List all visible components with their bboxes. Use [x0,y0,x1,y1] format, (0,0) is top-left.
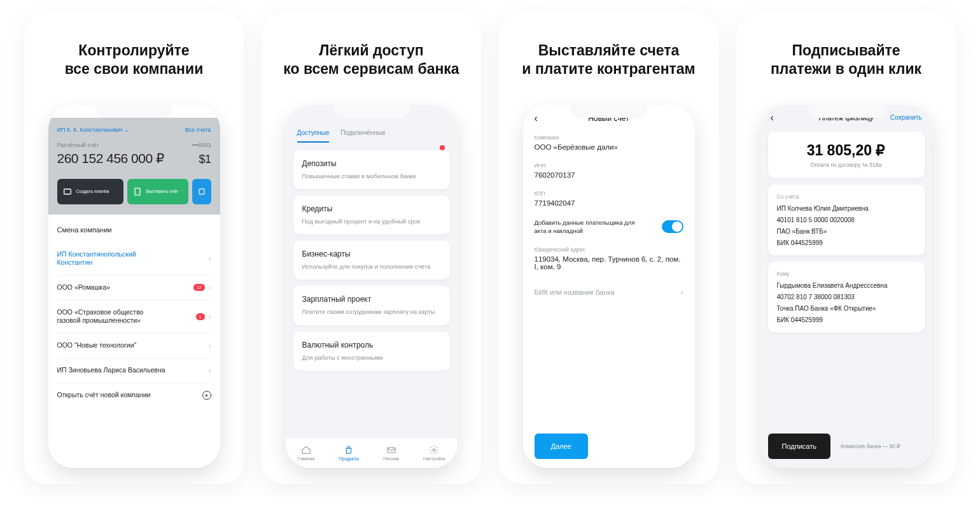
account-overlay: ИП К. К. Константинович ⌄ Все счета Расч… [48,118,220,215]
bag-icon [344,445,354,455]
headline: Подписывайте платежи в один клик [771,41,921,78]
home-icon [301,445,311,455]
panel-products: Лёгкий доступ ко всем сервисам банка Дос… [262,13,481,484]
nav-products[interactable]: Продукты [339,445,359,461]
bottom-nav: Главная Продукты Письма Настройки [286,437,458,468]
more-button[interactable] [192,179,211,204]
back-button[interactable]: ‹ [771,112,774,123]
toggle-on[interactable] [662,220,683,233]
panel-sign-payment: Подписывайте платежи в один клик ‹ Платё… [736,13,956,484]
product-card[interactable]: Кредиты Под выгодный процент и на удобны… [293,195,450,234]
company-item[interactable]: ООО «Страховое общество газовой промышле… [57,300,211,334]
save-button[interactable]: Сохранить [890,114,922,121]
current-company[interactable]: ИП К. К. Константинович ⌄ [57,127,130,133]
balance-next: $1 [199,153,211,166]
headline: Лёгкий доступ ко всем сервисам банка [283,41,459,78]
product-card[interactable]: Зарплатный проект Платите своим сотрудни… [293,286,450,325]
payer-data-toggle-row: Добавить данные плательщика для акта и н… [535,218,683,236]
tab-available[interactable]: Доступные [297,129,330,143]
all-accounts-link[interactable]: Все счета [185,127,211,133]
address-field[interactable]: Юридический адрес 119034, Москва, пер. Т… [535,246,683,271]
chevron-right-icon: › [209,341,211,350]
notification-badge: 1 [196,313,205,320]
tab-connected[interactable]: Подключённые [340,129,386,143]
company-item[interactable]: ООО «Ромашка» 12› [57,276,211,300]
inn-field[interactable]: ИНН 7602070137 [535,162,683,179]
bik-field[interactable]: БИК или название банка › [535,282,683,302]
create-payment-button[interactable]: Создать платёж [57,179,123,204]
phone-notch [808,105,885,118]
phone-mock: ИП К. К. Константинович ⌄ Все счета Расч… [48,105,220,468]
nav-settings[interactable]: Настройки [423,445,445,461]
phone-notch [96,105,172,118]
phone-notch [571,105,647,118]
account-type-label: Расчётный счёт [57,142,99,148]
chevron-right-icon: › [209,312,211,321]
chevron-right-icon: › [209,283,211,292]
company-field[interactable]: Компания ООО «Берёзовые дали» [535,134,683,151]
product-card[interactable]: Бизнес-карты Используйте для покупок и п… [293,241,450,279]
alert-dot-icon [440,145,445,150]
mail-icon [386,445,396,455]
amount-card: 31 805,20 ₽ Оплата по договору № 518а [768,132,925,178]
notification-badge: 12 [193,284,205,291]
svg-point-4 [433,449,435,451]
chevron-right-icon: › [681,288,683,296]
phone-mock: ‹ Новый счёт Компания ООО «Берёзовые дал… [523,105,695,468]
phone-mock: Доступные Подключённые Депозиты Повышенн… [286,105,458,468]
create-invoice-button[interactable]: Выставить счёт [127,179,188,204]
nav-home[interactable]: Главная [298,445,315,461]
phone-notch [333,105,410,118]
sheet-title: Смена компании [57,226,211,234]
svg-rect-2 [199,188,204,194]
account-tail: •••6893 [192,142,211,148]
commission-label: Комиссия банка — 90 ₽ [841,443,900,449]
panel-new-invoice: Выставляйте счета и платите контрагентам… [499,13,718,484]
gear-icon [429,445,439,455]
product-card[interactable]: Депозиты Повышенные ставки в мобильном б… [293,150,450,189]
headline: Контролируйте все свои компании [65,41,204,78]
headline: Выставляйте счета и платите контрагентам [522,41,695,78]
payment-amount: 31 805,20 ₽ [777,142,916,159]
company-item[interactable]: ИП Константинопольский Константин › [57,243,211,276]
chevron-right-icon: › [209,254,211,263]
next-button[interactable]: Далее [535,434,588,459]
product-card[interactable]: Валютный контроль Для работы с иностранн… [293,332,450,370]
company-sheet: Смена компании ИП Константинопольский Ко… [48,215,220,408]
nav-messages[interactable]: Письма [383,445,399,461]
open-new-company[interactable]: Открыть счёт новой компании + [57,383,211,407]
back-button[interactable]: ‹ [535,113,538,124]
plus-icon: + [202,391,211,400]
company-item[interactable]: ООО "Новые технологии" › [57,334,211,358]
panel-company-switch: Контролируйте все свои компании ИП К. К.… [24,13,244,484]
sign-button[interactable]: Подписать [768,434,830,459]
svg-rect-3 [388,448,395,453]
svg-rect-1 [135,188,140,195]
balance: 260 152 456 000 ₽ [57,151,164,166]
payment-purpose: Оплата по договору № 518а [777,162,916,168]
to-account-block[interactable]: Кому Гырдымова Елизавета Андресссевна 40… [768,262,925,332]
from-account-block[interactable]: Со счёта ИП Колчева Юлия Дмитриевна 4010… [768,185,925,255]
chevron-right-icon: › [209,366,211,375]
company-item[interactable]: ИП Зиновьева Лариса Васильевна › [57,358,211,383]
kpp-field[interactable]: КПП 7719402047 [535,190,683,207]
phone-mock: ‹ Платёж физлицу Сохранить 31 805,20 ₽ О… [760,105,932,468]
svg-rect-0 [64,189,71,194]
product-tabs: Доступные Подключённые [286,118,458,143]
